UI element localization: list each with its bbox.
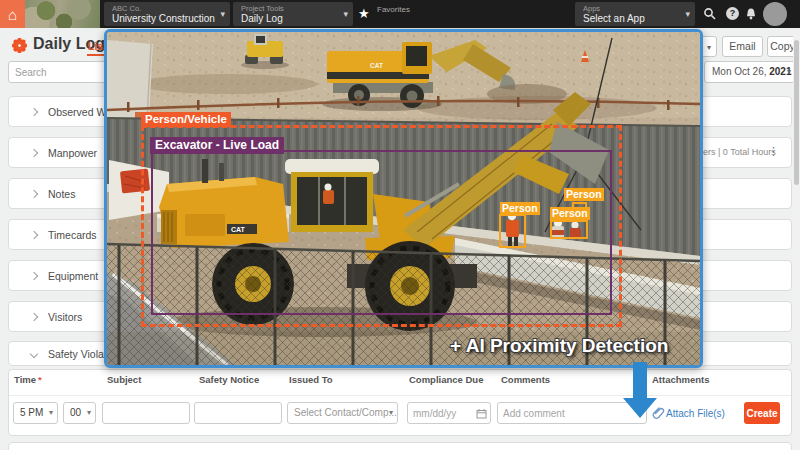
safety-notice-input[interactable] [194, 402, 282, 424]
chevron-right-icon [30, 189, 38, 197]
chevron-right-icon [30, 148, 38, 156]
chevron-down-icon: ▾ [787, 62, 791, 82]
person-label: Person [550, 207, 590, 220]
user-avatar[interactable] [763, 2, 787, 26]
chevron-down-icon: ▾ [707, 43, 711, 52]
person-vehicle-label: Person/Vehicle [141, 112, 231, 127]
person-bounding-box [499, 214, 526, 248]
col-header-safety-notice: Safety Notice [199, 374, 259, 385]
cat-decal: CAT [370, 62, 383, 69]
section-label: Manpower [48, 147, 97, 159]
top-navigation-bar: ⌂ ABC Co. University Construction ▾ Proj… [0, 0, 800, 28]
create-button[interactable]: Create [744, 402, 780, 424]
kebab-menu-icon[interactable]: ⋮ [768, 145, 779, 158]
col-header-attachments: Attachments [652, 374, 710, 385]
company-label: ABC Co. [112, 4, 212, 13]
company-selector[interactable]: ABC Co. University Construction ▾ [104, 2, 230, 26]
scrollbar-thumb[interactable] [794, 40, 799, 185]
time-hour-select[interactable]: 5 PM ▾ [13, 402, 58, 424]
issued-to-select[interactable]: Select Contact/Comp... ▾ [287, 402, 398, 424]
help-icon[interactable]: ? [726, 7, 739, 20]
date-value: Mon Oct 26, [712, 66, 766, 77]
table-divider [9, 395, 791, 396]
chevron-down-icon: ▾ [220, 9, 225, 19]
apps-value: Select an App [583, 13, 677, 25]
project-tools-selector[interactable]: Project Tools Daily Log ▾ [233, 2, 353, 26]
section-label: Visitors [48, 311, 82, 323]
person-bounding-box [550, 220, 588, 239]
callout-arrow [633, 362, 647, 400]
chevron-down-icon: ▾ [87, 403, 91, 423]
col-header-time: Time* [14, 374, 42, 385]
next-section-card-partial [8, 442, 792, 450]
chevron-down-icon: ▾ [49, 403, 53, 423]
chevron-right-icon [30, 107, 38, 115]
ai-camera-snapshot: CAT [104, 29, 703, 368]
app-window: ⌂ ABC Co. University Construction ▾ Proj… [0, 0, 800, 450]
date-selector[interactable]: Mon Oct 26, 2021 ▾ [704, 61, 796, 83]
excavator-bounding-box [151, 150, 612, 315]
gear-icon [12, 38, 27, 53]
section-label: Equipment [48, 270, 98, 282]
callout-arrow-head [623, 398, 657, 418]
calendar-icon[interactable] [476, 408, 487, 419]
project-tools-label: Project Tools [241, 4, 335, 13]
time-minute-select[interactable]: 00 ▾ [63, 402, 96, 424]
ai-proximity-caption: + AI Proximity Detection [450, 335, 668, 357]
home-icon: ⌂ [8, 6, 17, 23]
subject-input[interactable] [102, 402, 190, 424]
col-header-issued-to: Issued To [289, 374, 333, 385]
section-label: Timecards [48, 229, 97, 241]
hour-value: 5 PM [20, 407, 43, 418]
chevron-down-icon [30, 349, 38, 357]
project-aerial-thumbnail[interactable] [25, 0, 100, 28]
issued-to-placeholder: Select Contact/Comp... [294, 407, 397, 418]
favorite-star-icon[interactable]: ★ [358, 6, 370, 21]
search-icon[interactable] [703, 7, 717, 21]
attach-files-link[interactable]: Attach File(s) [666, 408, 725, 419]
more-actions-button[interactable]: ▾ [701, 36, 717, 57]
home-button[interactable]: ⌂ [0, 0, 25, 28]
person-label: Person [500, 202, 540, 215]
chevron-right-icon [30, 230, 38, 238]
chevron-right-icon [30, 271, 38, 279]
apps-label: Apps [583, 4, 677, 13]
col-header-compliance-due: Compliance Due [409, 374, 483, 385]
minute-value: 00 [70, 407, 81, 418]
chevron-down-icon: ▾ [685, 9, 690, 19]
chevron-right-icon [30, 312, 38, 320]
bell-icon[interactable] [744, 7, 758, 21]
chevron-down-icon: ▾ [389, 403, 393, 423]
manpower-totals: ers | 0 Total Hours [703, 147, 776, 157]
favorites-label: Favorites [377, 5, 410, 14]
col-header-subject: Subject [107, 374, 141, 385]
col-header-comments: Comments [501, 374, 550, 385]
excavator-label: Excavator - Live Load [150, 137, 284, 154]
project-tools-value: Daily Log [241, 13, 335, 25]
chevron-down-icon: ▾ [343, 9, 348, 19]
company-value: University Construction [112, 13, 212, 25]
required-asterisk: * [38, 374, 42, 385]
section-label: Notes [48, 188, 75, 200]
email-button[interactable]: Email [722, 36, 763, 57]
person-label: Person [564, 188, 604, 201]
apps-selector[interactable]: Apps Select an App ▾ [575, 2, 695, 26]
